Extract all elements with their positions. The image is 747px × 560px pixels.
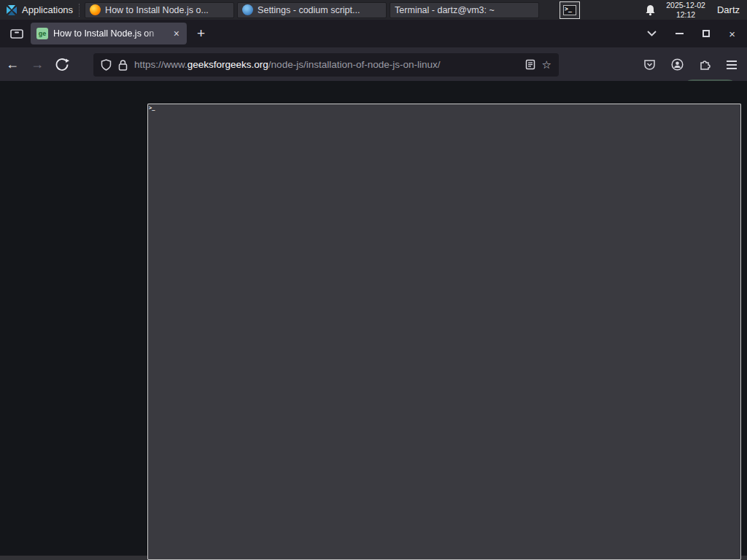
- extensions-icon[interactable]: [699, 58, 711, 71]
- tab-close-icon[interactable]: ×: [172, 27, 181, 40]
- applications-label: Applications: [22, 4, 73, 15]
- window-button-title: Terminal - dartz@vm3: ~: [395, 5, 495, 15]
- url-bar[interactable]: https://www.geeksforgeeks.org/node-js/in…: [93, 53, 559, 77]
- desktop: Applications How to Install Node.js o...…: [0, 0, 747, 560]
- panel-window-button-firefox[interactable]: How to Install Node.js o...: [85, 2, 234, 18]
- url-text: https://www.geeksforgeeks.org/node-js/in…: [134, 59, 519, 70]
- new-tab-button[interactable]: +: [197, 26, 205, 42]
- tab-title: How to Install Node.js on: [53, 28, 167, 39]
- panel-separator: [79, 4, 82, 17]
- notification-bell-icon[interactable]: [645, 4, 656, 16]
- tab-bar: ge How to Install Node.js on × + ×: [0, 20, 747, 47]
- back-button[interactable]: ←: [0, 57, 25, 72]
- list-all-tabs-icon[interactable]: [647, 31, 657, 36]
- panel-clock[interactable]: 2025-12-02 12:12: [666, 1, 705, 18]
- window-button-title: Settings - codium script...: [258, 5, 360, 15]
- terminal-launcher-button[interactable]: [560, 1, 580, 19]
- url-prefix: https://www.: [134, 59, 187, 70]
- url-path: /node-js/installation-of-node-js-on-linu…: [268, 59, 441, 70]
- window-button-title: How to Install Node.js o...: [105, 5, 209, 15]
- firefox-view-icon[interactable]: [10, 28, 23, 39]
- toolbar-extension-area: [643, 58, 747, 71]
- close-button[interactable]: ×: [729, 28, 735, 39]
- window-button-list: How to Install Node.js o...Settings - co…: [85, 2, 539, 18]
- reader-view-icon[interactable]: [525, 59, 535, 70]
- applications-icon: [6, 4, 18, 16]
- browser-tab[interactable]: ge How to Install Node.js on ×: [31, 23, 187, 44]
- terminal-icon: [563, 5, 576, 15]
- pocket-icon[interactable]: [643, 59, 656, 71]
- bookmark-star-icon[interactable]: ☆: [542, 58, 551, 71]
- clock-date: 2025-12-02: [666, 1, 705, 9]
- account-icon[interactable]: [671, 58, 684, 71]
- panel-status-area: 2025-12-02 12:12 Dartz: [645, 1, 747, 18]
- menu-hamburger-icon[interactable]: [727, 58, 737, 71]
- navigation-toolbar: ← → https://www.geeksforgeeks.org/node-j…: [0, 47, 747, 82]
- panel-username[interactable]: Dartz: [717, 4, 740, 15]
- vscodium-icon: [242, 4, 253, 15]
- geeksforgeeks-favicon: ge: [36, 28, 48, 39]
- reload-icon[interactable]: [50, 58, 74, 71]
- panel-window-button-vscodium[interactable]: Settings - codium script...: [237, 2, 387, 18]
- minimize-button[interactable]: [676, 33, 684, 34]
- tracking-protection-shield-icon[interactable]: [101, 59, 112, 71]
- firefox-icon: [90, 4, 101, 15]
- maximize-button[interactable]: [703, 30, 710, 37]
- window-controls: ×: [647, 28, 747, 39]
- lock-icon[interactable]: [118, 59, 128, 71]
- clock-time: 12:12: [666, 10, 705, 19]
- panel-window-button-terminal[interactable]: Terminal - dartz@vm3: ~: [390, 2, 539, 18]
- applications-menu-button[interactable]: Applications: [0, 0, 79, 20]
- url-domain: geeksforgeeks.org: [187, 59, 268, 70]
- forward-button[interactable]: →: [25, 57, 50, 72]
- top-panel: Applications How to Install Node.js o...…: [0, 0, 747, 20]
